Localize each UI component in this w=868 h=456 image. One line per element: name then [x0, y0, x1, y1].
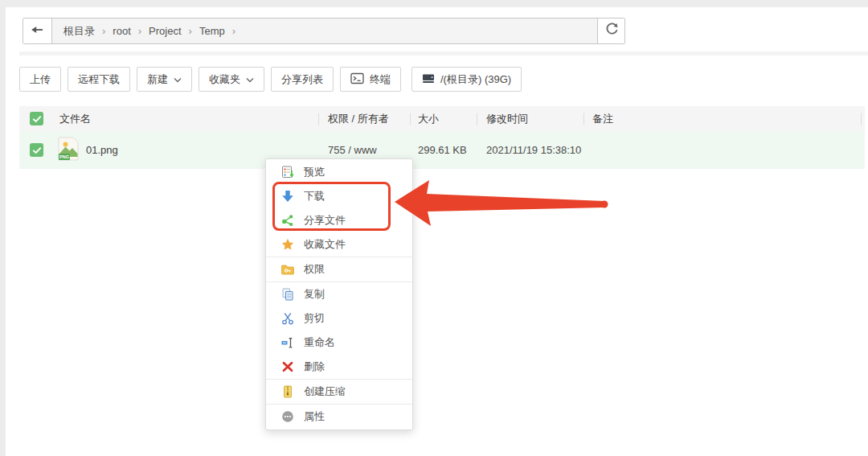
terminal-button[interactable]: 终端 — [340, 67, 401, 92]
toolbar: 上传 远程下载 新建 收藏夹 分享列表 终端 — [19, 67, 522, 92]
breadcrumb-item-root[interactable]: root — [113, 25, 130, 37]
remote-download-button[interactable]: 远程下载 — [68, 67, 130, 92]
column-header-permission: 权限 / 所有者 — [318, 112, 410, 126]
column-header-modified: 修改时间 — [477, 112, 583, 126]
copy-icon — [281, 288, 294, 301]
breadcrumb-separator: › — [232, 25, 235, 37]
breadcrumb-separator: › — [102, 25, 105, 37]
column-header-filename: 文件名 — [48, 112, 318, 126]
breadcrumb-separator: › — [189, 25, 192, 37]
breadcrumb-item-project[interactable]: Project — [149, 25, 181, 37]
menu-item-preview[interactable]: 预览 — [266, 160, 412, 184]
cut-scissors-icon — [281, 312, 294, 325]
disk-icon — [422, 73, 435, 86]
attributes-ellipsis-icon — [281, 410, 294, 423]
breadcrumb: 根目录 › root › Project › Temp › — [23, 18, 625, 44]
disk-root-button[interactable]: /(根目录) (39G) — [411, 67, 522, 92]
refresh-icon — [604, 23, 619, 39]
chevron-down-icon — [174, 73, 182, 85]
section-divider — [19, 51, 868, 55]
back-button[interactable] — [23, 18, 52, 43]
table-header: 文件名 权限 / 所有者 大小 修改时间 备注 — [19, 106, 865, 131]
delete-icon — [281, 360, 294, 373]
file-name[interactable]: 01.png — [86, 144, 118, 156]
compress-zip-icon — [281, 385, 294, 398]
menu-item-download[interactable]: 下载 — [266, 184, 412, 208]
menu-item-share-file[interactable]: 分享文件 — [266, 208, 412, 232]
column-header-note: 备注 — [583, 112, 865, 126]
preview-icon — [281, 166, 294, 179]
share-list-button[interactable]: 分享列表 — [271, 67, 334, 92]
left-edge-strip — [0, 0, 6, 456]
menu-item-permission[interactable]: 权限 — [266, 257, 412, 281]
menu-item-copy[interactable]: 复制 — [266, 282, 412, 306]
file-permission: 755 / www — [318, 144, 410, 156]
file-size: 299.61 KB — [410, 144, 477, 156]
breadcrumb-path: 根目录 › root › Project › Temp › — [52, 18, 597, 43]
menu-item-delete[interactable]: 删除 — [266, 355, 412, 379]
png-file-icon: PNG — [58, 137, 79, 163]
share-icon — [281, 214, 294, 227]
breadcrumb-item-temp[interactable]: Temp — [199, 25, 225, 37]
breadcrumb-item-root-dir[interactable]: 根目录 — [63, 24, 95, 39]
breadcrumb-separator: › — [138, 25, 141, 37]
terminal-icon — [350, 72, 364, 87]
file-modified-time: 2021/11/19 15:38:10 — [477, 144, 583, 156]
chevron-down-icon — [246, 73, 254, 85]
menu-item-cut[interactable]: 剪切 — [266, 306, 412, 331]
menu-item-favorite-file[interactable]: 收藏文件 — [266, 232, 412, 257]
column-header-size: 大小 — [410, 112, 477, 126]
permission-folder-icon — [281, 263, 294, 276]
svg-text:PNG: PNG — [59, 154, 69, 159]
back-arrow-icon — [31, 24, 44, 38]
star-icon — [281, 238, 294, 251]
select-all-checkbox[interactable] — [30, 112, 43, 125]
upload-button[interactable]: 上传 — [19, 67, 61, 92]
context-menu: 预览 下载 分享文件 收藏文件 — [265, 158, 413, 430]
annotation-arrow-icon — [392, 177, 611, 232]
new-button[interactable]: 新建 — [137, 67, 192, 92]
table-row[interactable]: PNG 01.png 755 / www 299.61 KB 2021/11/1… — [19, 131, 865, 169]
rename-icon — [281, 336, 294, 349]
top-edge-strip — [0, 0, 868, 7]
menu-item-create-archive[interactable]: 创建压缩 — [266, 380, 412, 404]
menu-item-rename[interactable]: 重命名 — [266, 331, 412, 355]
favorites-button[interactable]: 收藏夹 — [199, 67, 264, 92]
download-icon — [281, 190, 294, 203]
row-checkbox[interactable] — [30, 143, 43, 157]
refresh-button[interactable] — [597, 18, 624, 43]
menu-item-attributes[interactable]: 属性 — [266, 405, 412, 429]
file-manager-page: 根目录 › root › Project › Temp › 上传 远程下载 新建 — [0, 0, 868, 456]
